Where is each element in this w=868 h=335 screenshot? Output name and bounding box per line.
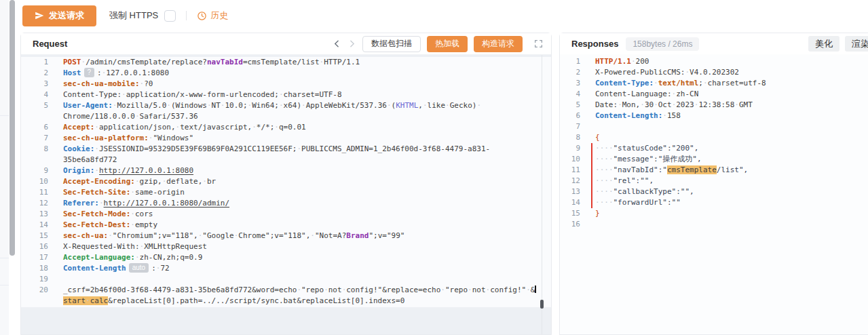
whitespace-dot: · [221, 101, 225, 110]
code-line[interactable]: 12·​·​·​·​"rel":"", [560, 176, 868, 186]
code-line[interactable]: 8{ [560, 132, 868, 143]
request-code: 1POST·​/admin/cmsTemplate/replace?navTab… [21, 57, 551, 307]
code-segment: X-Powered-PublicCMS:·​V4.0.202302 [595, 68, 739, 77]
whitespace-dot: · [387, 101, 392, 110]
code-line[interactable]: 15sec-ch-ua:·​"Chromium";v="118",·​"Goog… [21, 231, 551, 241]
whitespace-dot: · [234, 231, 239, 240]
code-line[interactable]: 15} [560, 208, 868, 219]
hot-reload-button[interactable]: 热加载 [427, 36, 468, 52]
code-segment: navTabId [207, 58, 243, 66]
whitespace-dot: · [94, 144, 99, 153]
sidebar-divider [0, 258, 9, 258]
code-line[interactable]: 16 [560, 219, 868, 230]
code-line[interactable]: 13·​·​·​·​"callbackType":"", [560, 186, 868, 197]
whitespace-dot: · [654, 100, 658, 109]
code-line[interactable]: 10·​·​·​·​"message":"操作成功", [560, 154, 868, 165]
line-number: 14 [560, 197, 580, 208]
whitespace-dot: · [274, 123, 279, 132]
code-segment: } [595, 209, 600, 218]
code-segment: :·​127.0.0.1:8080 [97, 68, 169, 77]
send-request-button[interactable]: 发送请求 [22, 5, 96, 26]
code-line[interactable]: 7sec-ch-ua-platform:·​"Windows" [21, 133, 551, 144]
sidebar-scrollbar[interactable] [10, 0, 15, 256]
line-content: HTTP/1.1·​200 [595, 56, 857, 67]
response-size-badge: 158bytes / 26ms [626, 37, 699, 51]
packet-scan-button[interactable]: 数据包扫描 [362, 36, 421, 52]
code-segment: sec-ch-ua-mobile: [63, 79, 140, 88]
whitespace-dot: · [672, 100, 677, 109]
history-button[interactable]: 历史 [197, 9, 228, 22]
line-content: Content-Type:·​text/html;·​charset=utf-8 [595, 78, 857, 89]
code-line[interactable]: 19 [21, 274, 551, 285]
line-number: 14 [21, 220, 48, 231]
whitespace-dot: · [297, 285, 301, 294]
code-line[interactable]: 6Accept:·​application/json,·​text/javasc… [21, 122, 551, 133]
line-number: 10 [560, 154, 580, 165]
code-line[interactable]: 18Content-Lengthauto:·​72 [21, 263, 551, 274]
build-request-button[interactable]: 构造请求 [474, 36, 523, 52]
line-number: 3 [560, 78, 580, 89]
whitespace-dot: · [440, 285, 445, 294]
code-line[interactable]: 10Accept-Encoding:·​gzip,·​deflate,·​br [21, 176, 551, 187]
code-line[interactable]: 2X-Powered-PublicCMS:·​V4.0.202302 [560, 67, 868, 78]
history-prev-button[interactable] [333, 39, 341, 48]
code-line[interactable]: 12Referer:·​http://127.0.0.1:8080/admin/ [21, 198, 551, 209]
line-content: Accept-Language:·​zh-CN,zh;q=0.9 [63, 252, 540, 263]
line-number: 5 [560, 100, 580, 111]
fullscreen-icon[interactable] [534, 39, 543, 48]
whitespace-dot: · [320, 58, 324, 66]
code-line[interactable]: 11Sec-Fetch-Site:·​same-origin [21, 187, 551, 198]
code-line[interactable]: 17Accept-Language:·​zh-CN,zh;q=0.9 [21, 252, 551, 263]
code-segment: Content-Type:·​application/x-www-form-ur… [63, 90, 342, 99]
code-segment: ·​158 [662, 111, 681, 120]
line-content [63, 274, 540, 285]
code-line[interactable]: 9·​·​·​·​"statusCode":"200", [560, 143, 868, 154]
force-https-checkbox[interactable] [164, 10, 176, 22]
code-line[interactable]: 7 [560, 121, 868, 132]
code-segment: ·​Mozilla/5.0·​(Windows·​NT·​10.0;·​Win6… [113, 101, 396, 110]
code-line[interactable]: 4Content-Type:·​application/x-www-form-u… [21, 90, 551, 100]
whitespace-dot: · [609, 198, 614, 207]
code-line[interactable]: 1HTTP/1.1·​200 [560, 56, 868, 67]
code-line[interactable]: 5Date:·​Mon,·​30·​Oct·​2023·​12:38:58·​G… [560, 100, 868, 111]
whitespace-dot: · [595, 165, 600, 174]
code-line[interactable]: 20_csrf=2b46f00d-3f68-4479-a831-35be6a8f… [21, 285, 551, 307]
whitespace-dot: · [279, 90, 284, 99]
whitespace-dot: · [324, 285, 328, 294]
request-scrollbar-thumb[interactable] [540, 300, 544, 309]
request-panel: Request 数据包扫描 热加载 构造请求 1POST·​/admin/cms… [20, 33, 552, 335]
whitespace-dot: · [604, 144, 609, 153]
line-number: 12 [560, 176, 580, 186]
code-line[interactable]: 11·​·​·​·​"navTabId":"cmsTemplate/list", [560, 165, 868, 176]
left-sidebar-strip [0, 0, 9, 335]
code-line[interactable]: 1POST·​/admin/cmsTemplate/replace?navTab… [21, 57, 551, 68]
code-segment: ·​·​·​·​"forwardUrl":"" [595, 198, 681, 207]
code-line[interactable]: 2Host?:·​127.0.0.1:8080 [21, 68, 551, 79]
code-line[interactable]: 3Content-Type:·​text/html;·​charset=utf-… [560, 78, 868, 89]
whitespace-dot: · [618, 100, 622, 109]
code-line[interactable]: 5User-Agent:·​Mozilla/5.0·​(Windows·​NT·… [21, 100, 551, 122]
line-content: Referer:·​http://127.0.0.1:8080/admin/ [63, 198, 540, 209]
code-line[interactable]: 13Sec-Fetch-Mode:·​cors [21, 209, 551, 220]
code-line[interactable]: 14·​·​·​·​"forwardUrl":"" [560, 197, 868, 208]
code-line[interactable]: 14Sec-Fetch-Dest:·​empty [21, 220, 551, 231]
line-number: 7 [560, 121, 580, 132]
code-line[interactable]: 4Content-Language:·​zh-CN [560, 89, 868, 100]
whitespace-dot: · [595, 198, 600, 207]
beautify-button[interactable]: 美化 [808, 36, 839, 52]
toolbar-divider [186, 11, 187, 20]
code-segment: Sec-Fetch-Dest: [63, 220, 130, 229]
code-line[interactable]: 6Content-Length:·​158 [560, 111, 868, 121]
whitespace-dot: · [685, 68, 690, 77]
code-line[interactable]: 9Origin:·​http://127.0.0.1:8080 [21, 165, 551, 176]
code-line[interactable]: 3sec-ch-ua-mobile:·​?0 [21, 79, 551, 90]
line-number: 4 [560, 89, 580, 100]
history-next-button[interactable] [347, 39, 356, 48]
render-button[interactable]: 渲染 [845, 36, 868, 52]
line-content: sec-ch-ua-platform:·​"Windows" [63, 133, 540, 144]
code-line[interactable]: 16X-Requested-With:·​XMLHttpRequest [21, 241, 551, 252]
response-editor[interactable]: 1HTTP/1.1·​2002X-Powered-PublicCMS:·​V4.… [560, 54, 868, 334]
line-number: 3 [21, 79, 48, 90]
request-editor[interactable]: 1POST·​/admin/cmsTemplate/replace?navTab… [21, 55, 551, 334]
code-line[interactable]: 8Cookie:·​JSESSIONID=95329D5E39F69B69F0A… [21, 144, 551, 165]
